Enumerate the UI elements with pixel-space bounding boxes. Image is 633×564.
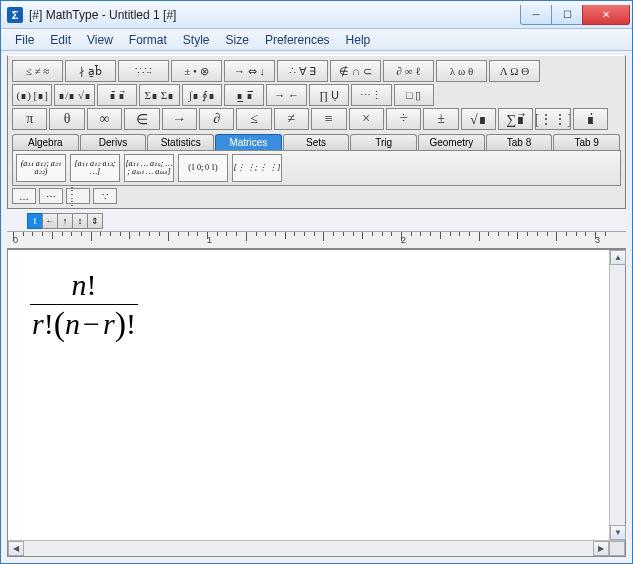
scroll-track-v[interactable]: [610, 265, 625, 525]
palette-misc[interactable]: ∂ ∞ ℓ: [383, 60, 434, 82]
equation-canvas[interactable]: n! r!(n−r)!: [8, 250, 625, 540]
small-btn-2[interactable]: ←: [42, 213, 58, 229]
matrix-3x3[interactable]: [a₁₁ a₁₂ a₁₃; …]: [70, 154, 120, 182]
extra-vdots[interactable]: ⋮ ⋮: [66, 188, 90, 204]
tool-panel: ≤ ≠ ≈ ∤ a̱b̄ ∵∴∶ ± • ⊗ → ⇔ ↓ ∴ ∀ ∃ ∉ ∩ ⊂…: [7, 55, 626, 209]
sym-arrow[interactable]: →: [162, 108, 197, 130]
tab-derivs[interactable]: Derivs: [80, 134, 147, 150]
palette-fences[interactable]: (∎) [∎]: [12, 84, 52, 106]
small-btn-3[interactable]: ↑: [57, 213, 73, 229]
sym-neq[interactable]: ≠: [274, 108, 309, 130]
window-controls: ─ ☐ ✕: [521, 5, 630, 25]
denominator: r!(n−r)!: [30, 305, 138, 341]
palette-row-1: ≤ ≠ ≈ ∤ a̱b̄ ∵∴∶ ± • ⊗ → ⇔ ↓ ∴ ∀ ∃ ∉ ∩ ⊂…: [12, 60, 621, 82]
sym-le[interactable]: ≤: [236, 108, 271, 130]
sym-pm[interactable]: ±: [423, 108, 458, 130]
var-n: n: [71, 268, 86, 301]
sym-infinity[interactable]: ∞: [87, 108, 122, 130]
scroll-down-icon[interactable]: ▼: [610, 525, 626, 540]
close-button[interactable]: ✕: [582, 5, 630, 25]
scrollbar-corner: [609, 541, 625, 556]
sym-pi[interactable]: π: [12, 108, 47, 130]
palette-relations[interactable]: ≤ ≠ ≈: [12, 60, 63, 82]
minus: −: [80, 307, 103, 341]
scroll-left-icon[interactable]: ◀: [8, 541, 24, 556]
tmpl-matrix[interactable]: [⋮⋮]: [535, 108, 570, 130]
palette-row-2: (∎) [∎] ∎/∎ √∎ ∎̄ ∎⃗ Σ∎ Σ∎ ∫∎ ∮∎ ∎̲ ∎̅ →…: [12, 84, 621, 106]
palette-frac-root[interactable]: ∎/∎ √∎: [54, 84, 94, 106]
maximize-button[interactable]: ☐: [551, 5, 583, 25]
palette-over-under[interactable]: ∎̄ ∎⃗: [97, 84, 137, 106]
sym-element[interactable]: ∈: [124, 108, 159, 130]
extra-row: … ⋯ ⋮ ⋮ ∵: [12, 188, 621, 204]
matrix-identity[interactable]: (1 0; 0 1): [178, 154, 228, 182]
palette-operators[interactable]: ± • ⊗: [171, 60, 222, 82]
palette-label[interactable]: ∎̲ ∎̅: [224, 84, 264, 106]
menubar: File Edit View Format Style Size Prefere…: [1, 29, 632, 51]
palette-row-3: π θ ∞ ∈ → ∂ ≤ ≠ ≡ × ÷ ± √∎ ∑∎⃗ [⋮⋮] ∎̇: [12, 108, 621, 130]
sym-partial[interactable]: ∂: [199, 108, 234, 130]
equation[interactable]: n! r!(n−r)!: [30, 268, 138, 341]
sym-div[interactable]: ÷: [386, 108, 421, 130]
menu-preferences[interactable]: Preferences: [257, 31, 338, 49]
tab-content-matrices: (a₁₁ a₁₂; a₂₁ a₂₂) [a₁₁ a₁₂ a₁₃; …] [a₁₁…: [12, 150, 621, 186]
menu-view[interactable]: View: [79, 31, 121, 49]
palette-products[interactable]: ∏ Ụ: [309, 84, 349, 106]
tab-9[interactable]: Tab 9: [553, 134, 620, 150]
vertical-scrollbar[interactable]: ▲ ▼: [609, 250, 625, 540]
app-window: Σ [#] MathType - Untitled 1 [#] ─ ☐ ✕ Fi…: [0, 0, 633, 564]
menu-format[interactable]: Format: [121, 31, 175, 49]
palette-greek-upper[interactable]: Λ Ω Θ: [489, 60, 540, 82]
app-icon: Σ: [7, 7, 23, 23]
palette-logic[interactable]: ∴ ∀ ∃: [277, 60, 328, 82]
horizontal-scrollbar[interactable]: ◀ ▶: [8, 540, 625, 556]
scroll-up-icon[interactable]: ▲: [610, 250, 626, 265]
matrix-mxn[interactable]: [a₁₁ … a₁ₙ; … ; aₘ₁ … aₘₙ]: [124, 154, 174, 182]
bang-2: !: [126, 307, 136, 341]
numerator: n!: [65, 268, 102, 304]
scroll-track-h[interactable]: [24, 541, 593, 556]
menu-style[interactable]: Style: [175, 31, 218, 49]
tab-sets[interactable]: Sets: [283, 134, 350, 150]
sym-equiv[interactable]: ≡: [311, 108, 346, 130]
bang: !: [86, 268, 96, 301]
minimize-button[interactable]: ─: [520, 5, 552, 25]
tab-matrices[interactable]: Matrices: [215, 134, 282, 150]
palette-dots[interactable]: ∵∴∶: [118, 60, 169, 82]
palette-greek-lower[interactable]: λ ω θ: [436, 60, 487, 82]
tab-geometry[interactable]: Geometry: [418, 134, 485, 150]
palette-set[interactable]: ∉ ∩ ⊂: [330, 60, 381, 82]
palette-sum[interactable]: Σ∎ Σ∎: [139, 84, 179, 106]
tmpl-dot[interactable]: ∎̇: [573, 108, 608, 130]
menu-size[interactable]: Size: [218, 31, 257, 49]
extra-cdots[interactable]: ⋯: [39, 188, 63, 204]
tab-8[interactable]: Tab 8: [486, 134, 553, 150]
tab-statistics[interactable]: Statistics: [147, 134, 214, 150]
palette-spaces[interactable]: ∤ a̱b̄: [65, 60, 116, 82]
menu-edit[interactable]: Edit: [42, 31, 79, 49]
menu-help[interactable]: Help: [338, 31, 379, 49]
palette-integral[interactable]: ∫∎ ∮∎: [182, 84, 222, 106]
matrix-dots[interactable]: [⋮ ⋮; ⋮ ⋮]: [232, 154, 282, 182]
matrix-2x2-paren[interactable]: (a₁₁ a₁₂; a₂₁ a₂₂): [16, 154, 66, 182]
ruler[interactable]: 0 1 2 3: [7, 231, 626, 249]
menu-file[interactable]: File: [7, 31, 42, 49]
extra-ldots[interactable]: …: [12, 188, 36, 204]
small-btn-5[interactable]: ⇕: [87, 213, 103, 229]
small-btn-4[interactable]: ↕: [72, 213, 88, 229]
extra-ddots[interactable]: ∵: [93, 188, 117, 204]
palette-arrow-templates[interactable]: → ←: [266, 84, 306, 106]
small-btn-1[interactable]: t: [27, 213, 43, 229]
scroll-right-icon[interactable]: ▶: [593, 541, 609, 556]
tmpl-sqrt[interactable]: √∎: [461, 108, 496, 130]
tab-algebra[interactable]: Algebra: [12, 134, 79, 150]
tmpl-sum[interactable]: ∑∎⃗: [498, 108, 533, 130]
sym-theta[interactable]: θ: [49, 108, 84, 130]
palette-matrices[interactable]: ⋯⋮: [351, 84, 391, 106]
fraction: n! r!(n−r)!: [30, 268, 138, 341]
palette-arrows[interactable]: → ⇔ ↓: [224, 60, 275, 82]
palette-boxes[interactable]: □ ▯: [394, 84, 434, 106]
var-r2: r: [103, 307, 115, 341]
sym-times[interactable]: ×: [349, 108, 384, 130]
tab-trig[interactable]: Trig: [350, 134, 417, 150]
